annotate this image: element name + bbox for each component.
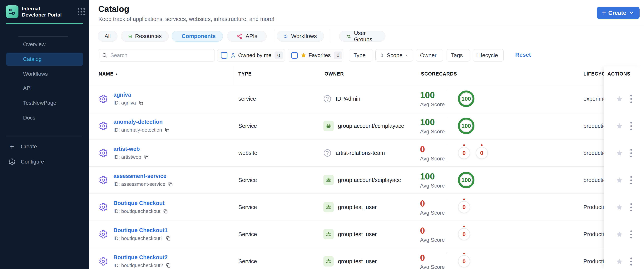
sidebar-header: Internal Developer Portal — [6, 5, 85, 18]
owned-by-me-filter: Owned by me 0 — [217, 49, 285, 61]
person-icon — [230, 52, 236, 59]
kebab-menu-icon[interactable] — [630, 94, 633, 104]
score-divider — [447, 171, 447, 189]
sidebar-configure-button[interactable]: Configure — [8, 156, 83, 167]
scorecards-cell: 100 Avg Score 100 — [420, 117, 474, 135]
copy-icon[interactable] — [138, 100, 144, 106]
kebab-menu-icon[interactable] — [630, 230, 633, 239]
chevron-down-icon — [628, 10, 634, 16]
sidebar-item-docs[interactable]: Docs — [6, 111, 83, 124]
favorite-star-icon[interactable] — [616, 204, 623, 211]
entity-name-link[interactable]: assessment-service — [114, 173, 173, 179]
favorite-star-icon[interactable] — [616, 177, 623, 184]
entity-name-block: Boutique Checkout ID: boutiquecheckout — [114, 200, 168, 214]
favorites-filter: Favorites 0 — [288, 49, 343, 61]
search-input[interactable] — [110, 52, 212, 58]
chevron-down-icon — [465, 53, 466, 58]
scorecard-rings: 100 — [458, 172, 474, 188]
sidebar-item-overview[interactable]: Overview — [6, 38, 83, 51]
tab-apis[interactable]: APIs — [227, 31, 267, 42]
chevron-down-icon — [405, 53, 408, 58]
lifecycle-cell: Production — [584, 204, 604, 210]
scope-dropdown[interactable]: Scope — [376, 49, 413, 61]
favorite-star-icon[interactable] — [616, 231, 623, 238]
copy-icon[interactable] — [144, 155, 149, 160]
entity-name-block: agniva ID: agniva — [114, 92, 144, 106]
tab-resources[interactable]: Resources — [121, 31, 169, 42]
favorite-star-icon[interactable] — [616, 258, 623, 265]
kebab-menu-icon[interactable] — [630, 175, 633, 185]
sidebar-item-catalog[interactable]: Catalog — [6, 53, 83, 66]
entity-owner: group:test_user — [323, 256, 377, 267]
entity-name-link[interactable]: agniva — [114, 92, 144, 98]
scorecard-rings: 0 — [458, 201, 470, 213]
user-group-icon — [323, 121, 334, 131]
entity-type: Service — [238, 258, 257, 265]
owner-name: group:account/seiplayacc — [338, 177, 401, 183]
table-row: artist-web ID: artistweb website artist- — [89, 140, 644, 167]
favorite-star-icon[interactable] — [616, 122, 623, 130]
scorecards-cell: 0 Avg Score 0 — [420, 198, 470, 216]
copy-icon[interactable] — [166, 236, 171, 241]
component-gear-icon — [98, 94, 108, 104]
lifecycle-dropdown[interactable]: Lifecycle — [473, 49, 504, 61]
tab-components[interactable]: Components — [172, 31, 223, 42]
sidebar-item-workflows[interactable]: Workflows — [6, 67, 83, 80]
star-icon — [300, 52, 306, 59]
score-divider — [447, 90, 447, 107]
entity-name-link[interactable]: anomaly-detection — [114, 119, 170, 125]
header-divider — [89, 26, 644, 26]
kebab-menu-icon[interactable] — [630, 257, 633, 266]
table-row: Boutique Checkout ID: boutiquecheckout S… — [89, 194, 644, 221]
tab-divider — [329, 30, 329, 42]
favorite-star-icon[interactable] — [616, 95, 623, 103]
sidebar-item-api[interactable]: API — [6, 82, 83, 95]
lifecycle-cell: production — [584, 123, 604, 129]
component-gear-icon — [98, 230, 108, 239]
column-header-name[interactable]: NAME▲ — [98, 71, 118, 77]
kebab-menu-icon[interactable] — [630, 148, 633, 158]
app-switcher-icon[interactable] — [78, 8, 85, 15]
tab-all[interactable]: All — [98, 31, 118, 42]
column-header-lifecycle: LIFECYCLE — [584, 71, 604, 77]
entity-name-link[interactable]: artist-web — [114, 146, 149, 152]
owner-dropdown[interactable]: Owner — [416, 49, 443, 61]
tab-user-groups[interactable]: User Groups — [339, 31, 386, 42]
reset-filters-link[interactable]: Reset — [515, 51, 531, 58]
copy-icon[interactable] — [166, 263, 171, 268]
scorecards-cell: 0 Avg Score 00 — [420, 144, 488, 162]
column-header-type: TYPE — [238, 71, 252, 77]
owner-name: IDPAdmin — [336, 96, 360, 102]
avg-score-value: 0 — [420, 144, 447, 155]
copy-icon[interactable] — [163, 209, 168, 214]
entity-name-link[interactable]: Boutique Checkout — [114, 200, 168, 206]
entity-name-link[interactable]: Boutique Checkout2 — [114, 254, 171, 261]
lifecycle-value: production — [584, 150, 604, 156]
row-actions — [604, 167, 644, 194]
sidebar-create-button[interactable]: + Create — [8, 141, 83, 152]
copy-icon[interactable] — [164, 127, 170, 133]
tags-dropdown[interactable]: Tags — [446, 49, 470, 61]
tab-workflows[interactable]: Workflows — [277, 31, 324, 42]
sidebar-item-testnewpage[interactable]: TestNewPage — [6, 96, 83, 109]
favorites-count: 0 — [334, 51, 342, 59]
kebab-menu-icon[interactable] — [630, 203, 633, 212]
avg-score-value: 100 — [420, 90, 447, 100]
owner-name: group:account/ccmplayacc — [338, 123, 404, 129]
entity-name-link[interactable]: Boutique Checkout1 — [114, 227, 171, 234]
copy-icon[interactable] — [168, 182, 173, 187]
entity-name-block: anomaly-detection ID: anomaly-detection — [114, 119, 170, 133]
entity-id: ID: boutiquecheckout2 — [114, 263, 163, 269]
favorite-star-icon[interactable] — [616, 150, 623, 157]
kebab-menu-icon[interactable] — [630, 121, 633, 131]
favorites-checkbox[interactable] — [291, 52, 298, 59]
owned-by-me-checkbox[interactable] — [221, 52, 228, 59]
entity-owner: artist-relations-team — [323, 149, 385, 157]
resources-stack-icon — [128, 33, 132, 39]
type-dropdown[interactable]: Type — [349, 49, 372, 61]
create-button[interactable]: + Create — [597, 7, 640, 19]
avg-score-label: Avg Score — [420, 101, 447, 108]
sort-asc-icon: ▲ — [115, 72, 118, 76]
plus-icon: + — [8, 142, 16, 151]
actions-column: ACTIONS — [604, 66, 644, 269]
